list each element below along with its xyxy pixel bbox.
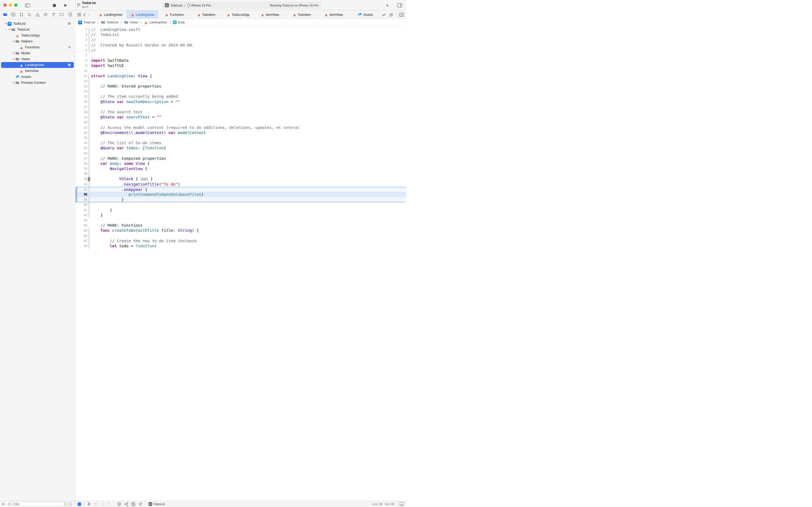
tab-functions[interactable]: Functions (158, 10, 190, 19)
code-line-27[interactable]: 27 // MARK: Computed properties (75, 156, 406, 161)
code-line-57[interactable]: 57 .onAppear { (75, 187, 406, 192)
sidebar-item-assets[interactable]: Assets (1, 74, 74, 80)
sidebar-item-preview-content[interactable]: Preview Content (1, 80, 74, 86)
zoom-window-button[interactable] (14, 3, 17, 7)
breadcrumb-item[interactable]: Pbody (173, 20, 185, 24)
find-icon[interactable] (26, 11, 33, 17)
sidebar-item-helpers[interactable]: Helpers (1, 39, 74, 44)
code-line-58[interactable]: 58 printCommandToOpenDatabaseFile() (75, 192, 406, 197)
code-line-68[interactable]: 68 let todo = TodoItem( (75, 243, 406, 249)
tests-icon[interactable] (43, 11, 49, 17)
sidebar-item-todolist[interactable]: TodoList (1, 26, 74, 33)
chevron-down-icon[interactable] (12, 58, 15, 60)
code-line-17[interactable]: 17 (75, 105, 406, 110)
code-line-20[interactable]: 20 (75, 120, 406, 125)
chevron-down-icon[interactable] (4, 22, 7, 25)
code-line-11[interactable]: 11struct LandingView: View { (75, 73, 406, 79)
sidebar-item-todolistapp[interactable]: TodoListApp (1, 33, 74, 39)
code-line-28[interactable]: 28 var body: some View { (75, 161, 406, 166)
code-line-56[interactable]: 56 .navigationTitle("To do") (75, 182, 406, 187)
tab-assets[interactable]: Assets (349, 10, 381, 19)
chevron-right-icon[interactable] (12, 52, 15, 55)
breadcrumb-item[interactable]: TodoList (101, 20, 118, 24)
reports-icon[interactable] (67, 11, 73, 17)
code-line-5[interactable]: 5// Created by Russell Gordon on 2024-04… (75, 43, 406, 48)
chevron-down-icon[interactable] (12, 40, 15, 43)
chevron-right-icon[interactable] (12, 81, 15, 84)
source-editor[interactable]: 2// LandingView.swift3// TodoList4//5// … (75, 26, 406, 253)
code-line-18[interactable]: 18 // The search text (75, 110, 406, 115)
code-line-2[interactable]: 2// LandingView.swift (75, 27, 406, 32)
code-line-67[interactable]: 67 // Create the new to-do item instance (75, 238, 406, 243)
tab-landingview[interactable]: LandingView (95, 10, 126, 19)
code-line-61[interactable]: 61 } (75, 208, 406, 213)
breadcrumb-item[interactable]: LandingView (144, 20, 167, 24)
run-destination[interactable]: iPhone 15 Pro (191, 4, 211, 7)
related-items-icon[interactable] (382, 13, 386, 17)
add-editor-icon[interactable] (399, 13, 404, 17)
code-line-59[interactable]: 59 } (75, 197, 406, 202)
code-line-10[interactable]: 10 (75, 68, 406, 73)
project-navigator-icon[interactable] (2, 11, 8, 17)
play-icon[interactable] (62, 2, 69, 9)
code-line-9[interactable]: 9import SwiftUI (75, 63, 406, 68)
code-line-66[interactable]: 66 (75, 233, 406, 238)
code-line-62[interactable]: 62 } (75, 213, 406, 218)
breadcrumb-item[interactable]: Views (124, 20, 138, 24)
code-line-30[interactable]: 30 (75, 171, 406, 176)
code-line-13[interactable]: 13 // MARK: Stored properties (75, 84, 406, 89)
code-line-25[interactable]: 25 @Query var todos: [TodoItem] (75, 146, 406, 151)
tab-todolistapp[interactable]: TodoListApp (222, 10, 254, 19)
source-control-icon[interactable] (10, 11, 16, 17)
code-line-24[interactable]: 24 // The list of to-do items (75, 140, 406, 146)
code-line-29[interactable]: 29 NavigationView { (75, 166, 406, 171)
breadcrumb-item[interactable]: ATodoList (78, 20, 95, 24)
inspector-toggle-icon[interactable] (396, 2, 403, 9)
code-line-4[interactable]: 4// (75, 37, 406, 43)
code-line-3[interactable]: 3// TodoList (75, 32, 406, 37)
sidebar-toggle-icon[interactable] (24, 2, 31, 9)
code-line-31[interactable]: 31› VStack { ••• } (75, 176, 406, 181)
tab-todoitem[interactable]: TodoItem (286, 10, 317, 19)
bookmarks-icon[interactable] (18, 11, 24, 17)
stop-icon[interactable] (51, 2, 57, 9)
code-line-65[interactable]: 65 func createToDo(withTitle title: Stri… (75, 228, 406, 233)
sidebar-item-todolist[interactable]: ATodoListM (1, 21, 74, 26)
breakpoints-icon[interactable] (59, 11, 65, 17)
grid-icon[interactable] (77, 13, 81, 17)
code-line-8[interactable]: 8import SwiftData (75, 58, 406, 63)
code-line-23[interactable]: 23 (75, 135, 406, 140)
tab-landingview[interactable]: LandingView (126, 10, 159, 19)
code-line-63[interactable]: 63 (75, 218, 406, 223)
close-window-button[interactable] (3, 3, 7, 7)
sidebar-item-functions[interactable]: FunctionsA (1, 44, 74, 50)
sidebar-item-itemview[interactable]: ItemView (1, 68, 74, 74)
editor-options-icon[interactable] (389, 13, 393, 17)
issues-icon[interactable] (35, 11, 41, 17)
code-line-14[interactable]: 14 (75, 89, 406, 94)
code-line-15[interactable]: 15 // The item currently being added (75, 94, 406, 99)
tab-itemview[interactable]: ItemView (317, 10, 350, 19)
code-line-60[interactable]: 60 (75, 202, 406, 207)
forward-chevron-icon[interactable] (87, 13, 90, 17)
code-fold-pill[interactable]: ••• (140, 177, 148, 181)
scheme-name[interactable]: TodoList (171, 4, 182, 7)
code-line-26[interactable]: 26 (75, 151, 406, 156)
code-line-64[interactable]: 64 // MARK: Functions (75, 223, 406, 228)
sidebar-item-landingview[interactable]: LandingViewM (1, 62, 74, 68)
library-plus-icon[interactable] (384, 2, 391, 9)
code-line-21[interactable]: 21 // Access the model context (required… (75, 125, 406, 130)
sidebar-item-views[interactable]: Views (1, 56, 74, 62)
sidebar-item-model[interactable]: Model (1, 50, 74, 56)
code-line-19[interactable]: 19 @State var searchText = "" (75, 115, 406, 120)
fold-chevron-icon[interactable]: › (88, 177, 90, 181)
debug-icon[interactable] (51, 11, 57, 17)
code-line-6[interactable]: 6// (75, 48, 406, 53)
tab-todoitem[interactable]: TodoItem (190, 10, 222, 19)
code-line-22[interactable]: 22 @Environment(\.modelContext) var mode… (75, 130, 406, 135)
minimize-window-button[interactable] (9, 3, 12, 7)
chevron-down-icon[interactable] (8, 28, 11, 31)
back-chevron-icon[interactable] (83, 13, 85, 17)
code-line-16[interactable]: 16 @State var newItemDescription = "" (75, 99, 406, 105)
code-line-12[interactable]: 12 (75, 79, 406, 84)
